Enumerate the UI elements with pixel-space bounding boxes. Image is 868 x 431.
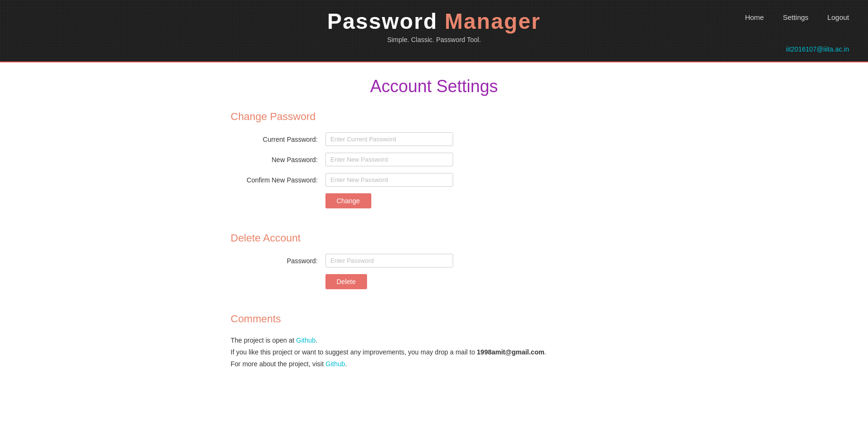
comments-email: 1998amit@gmail.com (477, 348, 544, 356)
comments-line2: If you like this project or want to sugg… (231, 346, 638, 358)
brand: Password Manager Simple. Classic. Passwo… (19, 9, 849, 43)
new-password-input[interactable] (325, 153, 453, 166)
nav-home[interactable]: Home (745, 13, 764, 21)
new-password-row: New Password: (231, 153, 638, 166)
delete-password-input[interactable] (325, 254, 453, 267)
header: Password Manager Simple. Classic. Passwo… (0, 0, 868, 61)
change-button-row: Change (325, 193, 638, 208)
title-password: Password (327, 9, 438, 34)
user-email: iit2016107@iiita.ac.in (786, 45, 849, 53)
comments-line2-prefix: If you like this project or want to sugg… (231, 348, 477, 356)
delete-button[interactable]: Delete (325, 274, 367, 289)
change-password-section: Change Password Current Password: New Pa… (231, 111, 638, 208)
comments-line3-prefix: For more about the project, visit (231, 360, 326, 368)
app-subtitle: Simple. Classic. Password Tool. (19, 36, 849, 43)
comments-line1-suffix: . (316, 336, 317, 344)
current-password-row: Current Password: (231, 132, 638, 146)
nav-logout[interactable]: Logout (827, 13, 849, 21)
delete-account-title: Delete Account (231, 232, 638, 244)
confirm-password-input[interactable] (325, 173, 453, 187)
delete-password-label: Password: (231, 257, 325, 265)
main-content: Account Settings Change Password Current… (221, 62, 647, 422)
app-title: Password Manager (19, 9, 849, 34)
nav-settings[interactable]: Settings (783, 13, 808, 21)
comments-line1-prefix: The project is open at (231, 336, 297, 344)
delete-button-row: Delete (325, 274, 638, 289)
confirm-password-row: Confirm New Password: (231, 173, 638, 187)
delete-password-row: Password: (231, 254, 638, 267)
delete-account-section: Delete Account Password: Delete (231, 232, 638, 289)
github-link-2[interactable]: Github (325, 360, 345, 368)
comments-line3-suffix: . (345, 360, 347, 368)
current-password-input[interactable] (325, 132, 453, 146)
comments-section: Comments The project is open at Github. … (231, 313, 638, 371)
comments-line1: The project is open at Github. (231, 335, 638, 346)
change-button[interactable]: Change (325, 193, 371, 208)
current-password-label: Current Password: (231, 136, 325, 143)
main-nav: Home Settings Logout (745, 13, 849, 21)
change-password-title: Change Password (231, 111, 638, 123)
title-manager: Manager (445, 9, 541, 34)
github-link-1[interactable]: Github (296, 336, 316, 344)
comments-line2-suffix: . (544, 348, 546, 356)
confirm-password-label: Confirm New Password: (231, 176, 325, 184)
page-title: Account Settings (231, 77, 638, 96)
comments-content: The project is open at Github. If you li… (231, 335, 638, 371)
comments-title: Comments (231, 313, 638, 325)
new-password-label: New Password: (231, 156, 325, 164)
comments-line3: For more about the project, visit Github… (231, 358, 638, 370)
